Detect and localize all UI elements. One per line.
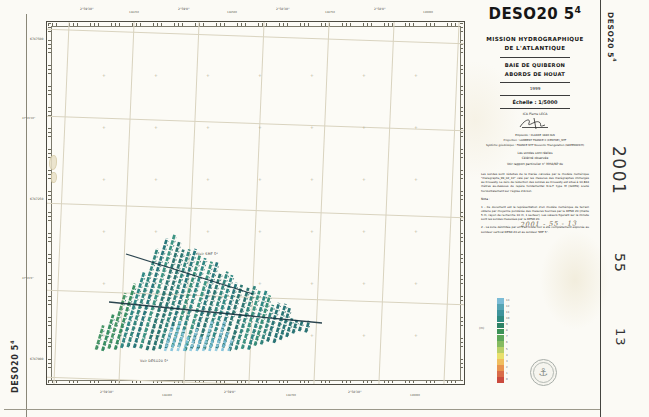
archive-series: 55 <box>612 253 628 273</box>
right-margin: DESO20 54 2001 55 13 <box>600 0 649 417</box>
soundings-info: Les sondes sont réelles Célérité observé… <box>471 151 599 168</box>
geodesy-line: Système géodésique : FRANCE NTF Nouvelle… <box>471 143 599 148</box>
coordinate-label: 2°59'0'' <box>224 391 236 394</box>
mission-line2: DE L'ATLANTIQUE <box>471 44 599 53</box>
coordinate-label: 2°59'0'' <box>178 8 190 11</box>
legend-depth-label: 3 <box>506 361 508 364</box>
coordinate-label: 149000 <box>410 395 420 398</box>
legend-cell: 0 <box>497 377 509 383</box>
legend-depth-label: 12 <box>506 306 509 309</box>
survey-track-line <box>126 254 253 294</box>
coordinate-label: 6747500 <box>30 38 43 41</box>
coordinate-label: 148700 <box>286 395 296 398</box>
legend-depth-label: 8 <box>506 330 508 333</box>
legend-depth-label: 5 <box>506 349 508 352</box>
sheet-title-sup: 4 <box>575 4 582 15</box>
survey-stripe <box>222 332 228 351</box>
map-frame: ++++++++++++++++++++++++++++++++++++++++… <box>46 21 465 385</box>
signature-mark <box>514 117 556 131</box>
legend-depth-label: 0 <box>506 379 508 382</box>
mission-line1: MISSION HYDROGRAPHIQUE <box>471 35 599 44</box>
legend-color-swatch <box>497 359 504 365</box>
coordinate-label: 148400 <box>162 395 172 398</box>
map-label-smf: Voir SMF 5⁴ <box>197 252 218 256</box>
tide-note: Les sondes sont réduites de la marée cal… <box>481 172 589 193</box>
archive-number: 13 <box>613 328 628 347</box>
legend-color-swatch <box>497 329 504 335</box>
legend-depth-label: 9 <box>506 324 508 327</box>
archive-year: 2001 <box>609 146 629 195</box>
survey-sheet: DESO20 54 ++++++++++++++++++++++++++++++… <box>0 0 649 417</box>
sheet-left-rule <box>26 14 27 417</box>
sheet-id-sup: 4 <box>9 340 15 344</box>
anchor-icon: ⚓ <box>539 367 549 378</box>
survey-track-line <box>109 302 322 323</box>
sheet-id-text: DESO20 5 <box>11 344 20 393</box>
official-stamp: ⚓ <box>530 359 557 386</box>
coordinate-label: 2°58'0'' <box>374 8 386 11</box>
area-line2: ABORDS DE HOUAT <box>471 70 599 79</box>
coordinate-label: 6747000 <box>30 358 43 361</box>
legend-depth-label: 7 <box>506 336 508 339</box>
sheet-id-sup: 4 <box>612 58 617 62</box>
right-margin-sheet-id: DESO20 54 <box>606 12 617 62</box>
sheet-title: DESO20 54 <box>471 4 599 23</box>
legend-depth-label: 13 <box>506 300 509 303</box>
legend-color-swatch <box>497 353 504 359</box>
coordinate-label: 47°26'0'' <box>22 278 34 281</box>
coordinate-label: 148750 <box>325 12 335 15</box>
legend-depth-label: 11 <box>506 312 509 315</box>
coordinate-label: 2°59'30'' <box>80 8 94 11</box>
survey-stripe <box>237 289 256 349</box>
coordinate-label: 6747250 <box>30 198 43 201</box>
legend-color-swatch <box>497 316 504 322</box>
divider-rule <box>500 95 570 96</box>
legend-unit-label: (m) <box>479 326 484 330</box>
legend-color-swatch <box>497 377 504 383</box>
survey-stripe <box>209 339 213 351</box>
sheet-bottom-rule <box>4 409 600 410</box>
title-block: DESO20 54 MISSION HYDROGRAPHIQUE DE L'AT… <box>471 0 599 234</box>
coordinate-label: 149000 <box>423 12 433 15</box>
coordinate-label: 148250 <box>129 12 139 15</box>
legend-color-swatch <box>497 304 504 310</box>
sheet-id-text: DESO20 5 <box>606 12 615 58</box>
coordinate-label: 2°58'30'' <box>348 391 362 394</box>
legend-color-swatch <box>497 335 504 341</box>
left-margin-sheet-id: DESO20 54 <box>9 340 20 393</box>
legend-depth-label: 4 <box>506 355 508 358</box>
area-title: BAIE DE QUIBERON ABORDS DE HOUAT <box>471 61 599 79</box>
legend-color-swatch <box>497 347 504 353</box>
coordinate-label: 148500 <box>227 12 237 15</box>
divider-rule <box>500 108 570 109</box>
legend-depth-label: 2 <box>506 367 508 370</box>
coordinate-label: 2°59'30'' <box>100 391 114 394</box>
legend-depth-label: 6 <box>506 342 508 345</box>
geodetic-info: Ellipsoïde : CLARKE 1880 IGN Projection … <box>471 133 599 148</box>
sheet-title-text: DESO20 5 <box>489 5 575 23</box>
nota-title: Nota : <box>481 197 589 201</box>
legend-depth-label: 10 <box>506 318 509 321</box>
survey-year: 1999 <box>471 86 599 91</box>
map-label-deso: Voir DESO20 5⁴ <box>140 359 168 363</box>
survey-stripe <box>96 325 103 349</box>
depth-legend: (m) 131211109876543210 <box>497 298 509 383</box>
divider-rule <box>500 82 570 83</box>
coordinate-label: 47°26'30'' <box>22 118 35 121</box>
author-label: ICA Pierre LECA <box>471 112 599 116</box>
legend-cells: 131211109876543210 <box>497 298 509 383</box>
legend-color-swatch <box>497 341 504 347</box>
survey-swath <box>47 22 466 386</box>
legend-color-swatch <box>497 323 504 329</box>
survey-stripe <box>102 315 113 351</box>
legend-color-swatch <box>497 310 504 316</box>
mission-title: MISSION HYDROGRAPHIQUE DE L'ATLANTIQUE <box>471 35 599 53</box>
legend-color-swatch <box>497 365 504 371</box>
legend-depth-label: 1 <box>506 373 508 376</box>
report-line: Voir rapport particulier n° MHA/NP du <box>471 162 599 168</box>
legend-color-swatch <box>497 298 504 304</box>
coordinate-label: 2°58'30'' <box>276 8 290 11</box>
handwritten-archive-number: 2001 - 55 - 13 <box>520 219 577 228</box>
divider-rule <box>500 57 570 58</box>
legend-color-swatch <box>497 371 504 377</box>
